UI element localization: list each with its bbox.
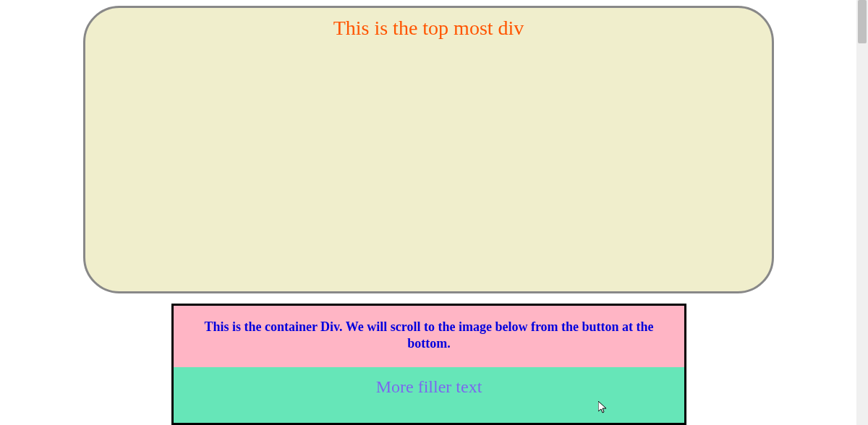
- page-scrollbar-thumb[interactable]: [858, 0, 867, 43]
- container-inner: This is the container Div. We will scrol…: [174, 306, 684, 425]
- top-div-heading: This is the top most div: [85, 17, 772, 40]
- container-description: This is the container Div. We will scrol…: [195, 319, 663, 353]
- top-most-div: This is the top most div: [83, 6, 774, 293]
- filler-text: More filler text: [188, 377, 670, 397]
- filler-block: More filler text: [174, 367, 684, 425]
- container-text-block: This is the container Div. We will scrol…: [174, 306, 684, 367]
- container-div[interactable]: This is the container Div. We will scrol…: [171, 304, 686, 425]
- page-scrollbar[interactable]: [856, 0, 868, 425]
